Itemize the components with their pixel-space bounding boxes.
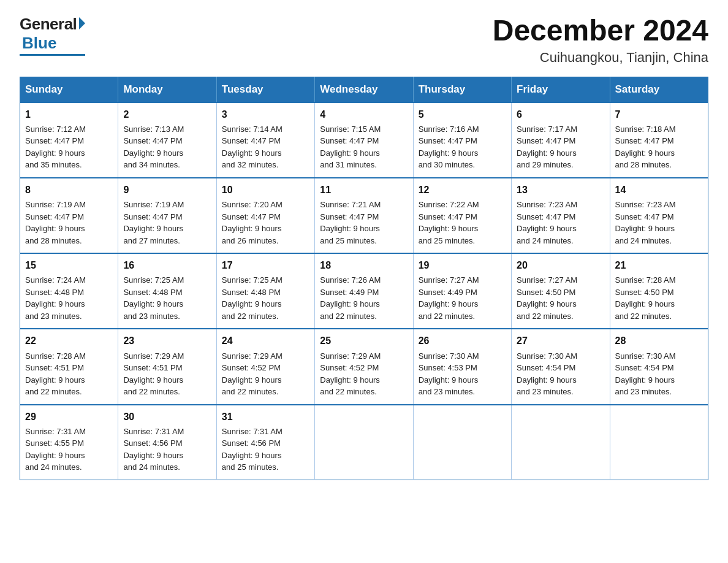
day-number: 19 (419, 258, 506, 272)
calendar-day-cell: 4Sunrise: 7:15 AMSunset: 4:47 PMDaylight… (315, 102, 413, 178)
calendar-day-cell: 1Sunrise: 7:12 AMSunset: 4:47 PMDaylight… (20, 102, 118, 178)
calendar-day-cell: 13Sunrise: 7:23 AMSunset: 4:47 PMDayligh… (512, 178, 610, 253)
calendar-day-cell: 28Sunrise: 7:30 AMSunset: 4:54 PMDayligh… (610, 329, 708, 404)
calendar-empty-cell (413, 405, 511, 480)
day-number: 29 (25, 410, 113, 424)
month-title: December 2024 (493, 15, 708, 47)
day-info: Sunrise: 7:30 AMSunset: 4:53 PMDaylight:… (419, 350, 506, 398)
day-number: 28 (615, 334, 703, 348)
day-number: 23 (123, 334, 211, 348)
day-number: 9 (123, 183, 211, 197)
calendar-day-cell: 6Sunrise: 7:17 AMSunset: 4:47 PMDaylight… (512, 102, 610, 178)
day-info: Sunrise: 7:21 AMSunset: 4:47 PMDaylight:… (320, 199, 408, 247)
calendar-day-cell: 10Sunrise: 7:20 AMSunset: 4:47 PMDayligh… (216, 178, 314, 253)
day-number: 27 (517, 334, 604, 348)
day-info: Sunrise: 7:25 AMSunset: 4:48 PMDaylight:… (123, 274, 211, 322)
day-info: Sunrise: 7:24 AMSunset: 4:48 PMDaylight:… (25, 274, 113, 322)
calendar-header-row: SundayMondayTuesdayWednesdayThursdayFrid… (20, 77, 708, 102)
day-number: 21 (615, 258, 703, 272)
day-number: 8 (25, 183, 113, 197)
calendar-day-cell: 31Sunrise: 7:31 AMSunset: 4:56 PMDayligh… (216, 405, 314, 480)
calendar-empty-cell (315, 405, 413, 480)
calendar-day-cell: 19Sunrise: 7:27 AMSunset: 4:49 PMDayligh… (413, 253, 511, 329)
calendar-day-cell: 15Sunrise: 7:24 AMSunset: 4:48 PMDayligh… (20, 253, 118, 329)
day-info: Sunrise: 7:28 AMSunset: 4:50 PMDaylight:… (615, 274, 703, 322)
day-number: 24 (222, 334, 309, 348)
calendar-header-thursday: Thursday (413, 77, 511, 102)
day-number: 16 (123, 258, 211, 272)
calendar-day-cell: 8Sunrise: 7:19 AMSunset: 4:47 PMDaylight… (20, 178, 118, 253)
day-number: 14 (615, 183, 703, 197)
day-info: Sunrise: 7:29 AMSunset: 4:52 PMDaylight:… (222, 350, 309, 398)
calendar-day-cell: 27Sunrise: 7:30 AMSunset: 4:54 PMDayligh… (512, 329, 610, 404)
day-info: Sunrise: 7:18 AMSunset: 4:47 PMDaylight:… (615, 123, 703, 171)
day-number: 11 (320, 183, 408, 197)
logo-blue-text: Blue (22, 34, 56, 53)
calendar-empty-cell (610, 405, 708, 480)
day-number: 22 (25, 334, 113, 348)
calendar-header-monday: Monday (118, 77, 216, 102)
calendar-day-cell: 9Sunrise: 7:19 AMSunset: 4:47 PMDaylight… (118, 178, 216, 253)
calendar-week-row: 22Sunrise: 7:28 AMSunset: 4:51 PMDayligh… (20, 329, 708, 404)
day-info: Sunrise: 7:29 AMSunset: 4:52 PMDaylight:… (320, 350, 408, 398)
logo-underline (20, 54, 85, 56)
day-number: 13 (517, 183, 604, 197)
day-number: 15 (25, 258, 113, 272)
calendar-day-cell: 30Sunrise: 7:31 AMSunset: 4:56 PMDayligh… (118, 405, 216, 480)
day-info: Sunrise: 7:19 AMSunset: 4:47 PMDaylight:… (25, 199, 113, 247)
calendar-day-cell: 20Sunrise: 7:27 AMSunset: 4:50 PMDayligh… (512, 253, 610, 329)
day-info: Sunrise: 7:29 AMSunset: 4:51 PMDaylight:… (123, 350, 211, 398)
day-info: Sunrise: 7:13 AMSunset: 4:47 PMDaylight:… (123, 123, 211, 171)
calendar-header-wednesday: Wednesday (315, 77, 413, 102)
calendar-day-cell: 2Sunrise: 7:13 AMSunset: 4:47 PMDaylight… (118, 102, 216, 178)
day-number: 26 (419, 334, 506, 348)
calendar-day-cell: 7Sunrise: 7:18 AMSunset: 4:47 PMDaylight… (610, 102, 708, 178)
day-info: Sunrise: 7:22 AMSunset: 4:47 PMDaylight:… (419, 199, 506, 247)
day-number: 18 (320, 258, 408, 272)
day-info: Sunrise: 7:12 AMSunset: 4:47 PMDaylight:… (25, 123, 113, 171)
calendar-empty-cell (512, 405, 610, 480)
location-subtitle: Cuihuangkou, Tianjin, China (493, 50, 708, 66)
calendar-day-cell: 23Sunrise: 7:29 AMSunset: 4:51 PMDayligh… (118, 329, 216, 404)
logo-arrow-icon (79, 17, 85, 29)
day-number: 4 (320, 107, 408, 121)
day-number: 30 (123, 410, 211, 424)
calendar-table: SundayMondayTuesdayWednesdayThursdayFrid… (20, 77, 708, 480)
calendar-day-cell: 3Sunrise: 7:14 AMSunset: 4:47 PMDaylight… (216, 102, 314, 178)
calendar-week-row: 29Sunrise: 7:31 AMSunset: 4:55 PMDayligh… (20, 405, 708, 480)
calendar-header-sunday: Sunday (20, 77, 118, 102)
day-info: Sunrise: 7:23 AMSunset: 4:47 PMDaylight:… (517, 199, 604, 247)
calendar-day-cell: 11Sunrise: 7:21 AMSunset: 4:47 PMDayligh… (315, 178, 413, 253)
day-number: 25 (320, 334, 408, 348)
day-number: 17 (222, 258, 309, 272)
calendar-day-cell: 16Sunrise: 7:25 AMSunset: 4:48 PMDayligh… (118, 253, 216, 329)
calendar-day-cell: 5Sunrise: 7:16 AMSunset: 4:47 PMDaylight… (413, 102, 511, 178)
calendar-day-cell: 14Sunrise: 7:23 AMSunset: 4:47 PMDayligh… (610, 178, 708, 253)
logo: General Blue (20, 15, 85, 56)
day-number: 20 (517, 258, 604, 272)
page-header: General Blue December 2024 Cuihuangkou, … (20, 15, 708, 66)
calendar-day-cell: 26Sunrise: 7:30 AMSunset: 4:53 PMDayligh… (413, 329, 511, 404)
calendar-day-cell: 17Sunrise: 7:25 AMSunset: 4:48 PMDayligh… (216, 253, 314, 329)
calendar-day-cell: 12Sunrise: 7:22 AMSunset: 4:47 PMDayligh… (413, 178, 511, 253)
day-number: 12 (419, 183, 506, 197)
day-number: 31 (222, 410, 309, 424)
day-info: Sunrise: 7:30 AMSunset: 4:54 PMDaylight:… (615, 350, 703, 398)
calendar-day-cell: 29Sunrise: 7:31 AMSunset: 4:55 PMDayligh… (20, 405, 118, 480)
day-info: Sunrise: 7:26 AMSunset: 4:49 PMDaylight:… (320, 274, 408, 322)
day-info: Sunrise: 7:31 AMSunset: 4:56 PMDaylight:… (123, 426, 211, 473)
calendar-day-cell: 18Sunrise: 7:26 AMSunset: 4:49 PMDayligh… (315, 253, 413, 329)
logo-general-text: General (20, 15, 77, 34)
day-number: 2 (123, 107, 211, 121)
day-info: Sunrise: 7:23 AMSunset: 4:47 PMDaylight:… (615, 199, 703, 247)
calendar-week-row: 1Sunrise: 7:12 AMSunset: 4:47 PMDaylight… (20, 102, 708, 178)
day-info: Sunrise: 7:27 AMSunset: 4:49 PMDaylight:… (419, 274, 506, 322)
day-number: 1 (25, 107, 113, 121)
calendar-day-cell: 21Sunrise: 7:28 AMSunset: 4:50 PMDayligh… (610, 253, 708, 329)
day-info: Sunrise: 7:20 AMSunset: 4:47 PMDaylight:… (222, 199, 309, 247)
day-info: Sunrise: 7:31 AMSunset: 4:55 PMDaylight:… (25, 426, 113, 473)
day-info: Sunrise: 7:25 AMSunset: 4:48 PMDaylight:… (222, 274, 309, 322)
day-info: Sunrise: 7:27 AMSunset: 4:50 PMDaylight:… (517, 274, 604, 322)
day-number: 6 (517, 107, 604, 121)
calendar-header-saturday: Saturday (610, 77, 708, 102)
